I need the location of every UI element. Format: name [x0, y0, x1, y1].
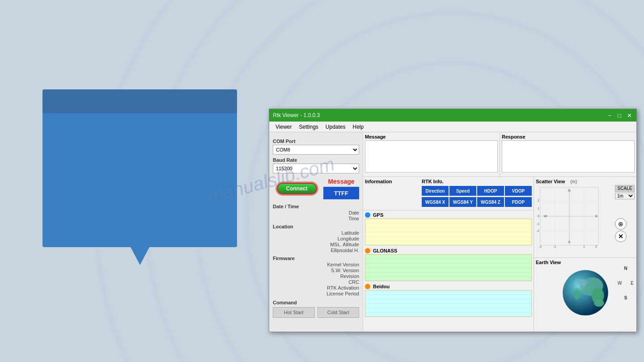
scale-select[interactable]: 1m 2m 5m	[615, 193, 635, 199]
wgs84y-button[interactable]: WGS84 Y	[449, 197, 476, 207]
title-bar: Rtk Viewer - 1.0.0.3 − □ ✕	[269, 109, 636, 122]
information-col: Information	[365, 179, 420, 208]
svg-text:S: S	[568, 240, 570, 244]
response-content	[502, 140, 635, 173]
wgs84x-button[interactable]: WGS84 X	[422, 197, 449, 207]
connect-row: Connect Message TTFF	[273, 176, 359, 201]
svg-text:-1: -1	[537, 222, 539, 225]
scatter-unit: (m)	[570, 179, 577, 184]
baud-rate-group: Baud Rate 115200	[273, 157, 359, 173]
gps-row: GPS	[365, 212, 532, 245]
gps-dot	[365, 212, 370, 218]
com-port-select[interactable]: COM8	[273, 145, 359, 155]
gnss-section: GPS GLONASS	[363, 210, 534, 332]
maximize-button[interactable]: □	[616, 112, 623, 119]
scatter-clear-button[interactable]: ✕	[615, 231, 627, 242]
glonass-dot	[365, 248, 370, 253]
com-port-label: COM Port	[273, 139, 359, 144]
cold-start-button[interactable]: Cold Start	[318, 307, 360, 318]
vdop-button[interactable]: VDOP	[505, 186, 532, 196]
pdop-button[interactable]: PDOP	[505, 197, 532, 207]
scale-controls: SCALE 1m 2m 5m ⊕ ✕	[615, 185, 635, 242]
command-section: Command Hot Start Cold Start	[273, 300, 359, 318]
beidou-name: Beidou	[373, 284, 390, 289]
kernel-version-label: Kernel Version	[273, 262, 359, 267]
rtk-info-col: RTK Info. Direction Speed HDOP VDOP WGS8…	[422, 179, 532, 208]
compass-s: S	[618, 295, 634, 300]
compass-e: E	[631, 281, 634, 286]
menu-viewer[interactable]: Viewer	[272, 123, 295, 131]
earth-view-title: Earth View	[536, 260, 635, 265]
rtk-activation-label: RTK Activation	[273, 285, 359, 290]
hot-cold-buttons: Hot Start Cold Start	[273, 307, 359, 318]
status-group: Message TTFF	[323, 176, 359, 201]
hdop-button[interactable]: HDOP	[477, 186, 504, 196]
menu-settings[interactable]: Settings	[295, 123, 322, 131]
speed-button[interactable]: Speed	[449, 186, 476, 196]
callout-header	[42, 89, 237, 113]
location-label: Location	[273, 224, 359, 229]
sw-version-label: S.W. Version	[273, 268, 359, 273]
scatter-compass-button[interactable]: ⊕	[615, 218, 627, 230]
msl-altitude-label: MSL. Altitude	[273, 242, 359, 247]
response-title: Response	[502, 134, 635, 139]
firmware-group: Firmware Kernel Version S.W. Version Rev…	[273, 256, 359, 296]
message-box: Message	[363, 132, 500, 177]
information-title: Information	[365, 179, 420, 184]
svg-text:N: N	[568, 189, 571, 193]
message-title: Message	[365, 134, 498, 139]
gps-name: GPS	[373, 212, 383, 218]
ttff-button[interactable]: TTFF	[323, 187, 359, 199]
svg-point-27	[573, 278, 585, 291]
svg-text:E: E	[595, 214, 597, 218]
message-response-row: Message Response	[363, 132, 636, 177]
right-panel: Message Response Information	[363, 132, 636, 332]
window-title: Rtk Viewer - 1.0.0.3	[273, 112, 320, 118]
info-row: Information RTK Info. Direction Speed HD…	[363, 177, 534, 210]
baud-rate-select[interactable]: 115200	[273, 164, 359, 173]
metrics-row2: WGS84 X WGS84 Y WGS84 Z PDOP	[422, 197, 532, 207]
window-controls: − □ ✕	[606, 112, 633, 119]
compass-w: W	[618, 281, 622, 286]
earth-globe	[559, 266, 612, 320]
menu-updates[interactable]: Updates	[322, 123, 349, 131]
metrics-row1: Direction Speed HDOP VDOP	[422, 186, 532, 196]
wgs84z-button[interactable]: WGS84 Z	[477, 197, 504, 207]
svg-text:W: W	[544, 214, 547, 218]
minimize-button[interactable]: −	[606, 112, 613, 119]
compass-we: W E	[618, 281, 634, 286]
earth-view: Earth View	[534, 258, 636, 332]
hot-start-button[interactable]: Hot Start	[273, 307, 315, 318]
main-content: COM Port COM8 Baud Rate 115200 Connect M…	[269, 132, 636, 332]
scatter-content: N S W E 2 1 0 -1 -2 -2	[536, 185, 635, 248]
command-label: Command	[273, 300, 359, 305]
beidou-row: Beidou	[365, 284, 532, 317]
earth-compass: N W E S	[618, 266, 634, 300]
rtk-viewer-window: Rtk Viewer - 1.0.0.3 − □ ✕ Viewer Settin…	[269, 109, 637, 332]
glonass-header: GLONASS	[365, 248, 532, 253]
close-button[interactable]: ✕	[626, 112, 633, 119]
beidou-dot	[365, 284, 370, 289]
side-view-panel: Scatter View (m)	[534, 177, 636, 332]
latitude-label: Latitude	[273, 230, 359, 236]
message-content	[365, 140, 498, 173]
direction-button[interactable]: Direction	[422, 186, 449, 196]
svg-text:-1: -1	[553, 245, 556, 248]
svg-text:2: 2	[595, 245, 597, 248]
beidou-header: Beidou	[365, 284, 532, 289]
beidou-chart	[365, 290, 532, 317]
firmware-label: Firmware	[273, 256, 359, 261]
svg-text:2: 2	[538, 199, 539, 202]
menu-help[interactable]: Help	[349, 123, 368, 131]
license-period-label: License Period	[273, 291, 359, 296]
longitude-label: Longitude	[273, 236, 359, 241]
svg-text:1: 1	[538, 207, 539, 210]
gps-header: GPS	[365, 212, 532, 218]
left-panel: COM Port COM8 Baud Rate 115200 Connect M…	[269, 132, 363, 332]
connect-button[interactable]: Connect	[277, 183, 317, 194]
location-group: Location Latitude Longitude MSL. Altitud…	[273, 224, 359, 253]
time-label: Time	[273, 216, 359, 221]
glonass-chart	[365, 254, 532, 281]
date-label: Date	[273, 210, 359, 215]
com-port-group: COM Port COM8	[273, 139, 359, 155]
